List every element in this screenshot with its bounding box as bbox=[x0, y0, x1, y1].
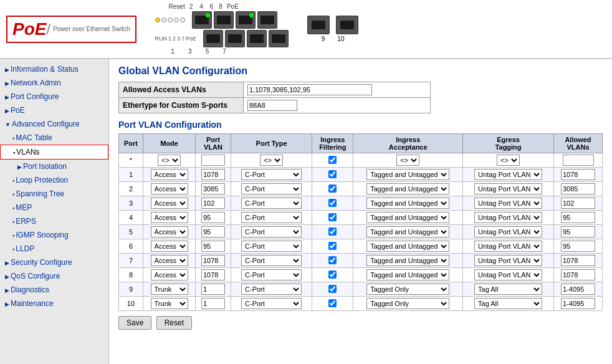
row-port-type-8[interactable]: C-PortS-PortS-Custom-Port bbox=[231, 268, 312, 282]
row-ingress-filter-8[interactable] bbox=[312, 268, 353, 282]
sidebar-item-erps[interactable]: ▪ERPS bbox=[0, 214, 108, 228]
sidebar-item-lldp[interactable]: ▪LLDP bbox=[0, 242, 108, 256]
ingress-accept-select-6[interactable]: Tagged and UntaggedTagged OnlyUntagged O… bbox=[366, 241, 449, 252]
mode-select-3[interactable]: AccessTrunkHybrid bbox=[151, 198, 188, 209]
wildcard-port-type-select[interactable]: <> bbox=[260, 155, 283, 166]
vlan-input-4[interactable] bbox=[201, 212, 225, 223]
sidebar-item-spanning-tree[interactable]: ▪Spanning Tree bbox=[0, 187, 108, 201]
row-mode-9[interactable]: AccessTrunkHybrid bbox=[143, 282, 195, 297]
sidebar-item-maintenance[interactable]: ▶Maintenance bbox=[0, 297, 108, 310]
row-port-type-10[interactable]: C-PortS-PortS-Custom-Port bbox=[231, 297, 312, 311]
wildcard-vlan-input[interactable] bbox=[201, 155, 225, 166]
row-mode-1[interactable]: AccessTrunkHybrid bbox=[143, 168, 195, 182]
allowed-vlans-input-10[interactable] bbox=[561, 298, 595, 309]
row-egress-3[interactable]: Untag Port VLANTag AllUntag All bbox=[463, 196, 554, 211]
row-ingress-filter-6[interactable] bbox=[312, 239, 353, 254]
ingress-accept-select-9[interactable]: Tagged and UntaggedTagged OnlyUntagged O… bbox=[366, 284, 449, 295]
row-vlan-9[interactable] bbox=[196, 282, 231, 297]
row-allowed-vlans-4[interactable] bbox=[554, 211, 603, 225]
row-ingress-filter-9[interactable] bbox=[312, 282, 353, 297]
allowed-vlans-input-6[interactable] bbox=[561, 241, 595, 252]
port-type-select-6[interactable]: C-PortS-PortS-Custom-Port bbox=[241, 241, 302, 252]
wildcard-ingress-checkbox[interactable] bbox=[328, 156, 337, 164]
row-ingress-accept-2[interactable]: Tagged and UntaggedTagged OnlyUntagged O… bbox=[353, 182, 463, 196]
egress-select-1[interactable]: Untag Port VLANTag AllUntag All bbox=[474, 169, 542, 180]
row-mode-5[interactable]: AccessTrunkHybrid bbox=[143, 225, 195, 239]
sidebar-item-loop-protection[interactable]: ▪Loop Protection bbox=[0, 173, 108, 187]
port-type-select-3[interactable]: C-PortS-PortS-Custom-Port bbox=[241, 198, 302, 209]
wildcard-port-type[interactable]: <> bbox=[231, 153, 312, 168]
wildcard-allowed-vlans[interactable] bbox=[554, 153, 603, 168]
row-ingress-filter-5[interactable] bbox=[312, 225, 353, 239]
vlan-input-1[interactable] bbox=[201, 169, 225, 180]
row-ingress-accept-10[interactable]: Tagged and UntaggedTagged OnlyUntagged O… bbox=[353, 297, 463, 311]
row-mode-2[interactable]: AccessTrunkHybrid bbox=[143, 182, 195, 196]
ingress-accept-select-8[interactable]: Tagged and UntaggedTagged OnlyUntagged O… bbox=[366, 269, 449, 280]
sidebar-item-poe[interactable]: ▶PoE bbox=[0, 103, 108, 117]
row-allowed-vlans-7[interactable] bbox=[554, 254, 603, 268]
allowed-vlans-input-4[interactable] bbox=[561, 212, 595, 223]
row-ingress-accept-1[interactable]: Tagged and UntaggedTagged OnlyUntagged O… bbox=[353, 168, 463, 182]
ingress-filter-check-8[interactable] bbox=[328, 271, 337, 279]
port-type-select-2[interactable]: C-PortS-PortS-Custom-Port bbox=[241, 183, 302, 194]
ingress-accept-select-1[interactable]: Tagged and UntaggedTagged OnlyUntagged O… bbox=[366, 169, 449, 180]
row-egress-5[interactable]: Untag Port VLANTag AllUntag All bbox=[463, 225, 554, 239]
ingress-filter-check-10[interactable] bbox=[328, 299, 337, 307]
allowed-vlans-input-1[interactable] bbox=[561, 169, 595, 180]
reset-button[interactable]: Reset bbox=[156, 316, 192, 330]
row-ingress-filter-3[interactable] bbox=[312, 196, 353, 211]
row-ingress-accept-4[interactable]: Tagged and UntaggedTagged OnlyUntagged O… bbox=[353, 211, 463, 225]
row-ingress-accept-3[interactable]: Tagged and UntaggedTagged OnlyUntagged O… bbox=[353, 196, 463, 211]
row-ingress-filter-10[interactable] bbox=[312, 297, 353, 311]
egress-select-4[interactable]: Untag Port VLANTag AllUntag All bbox=[474, 212, 542, 223]
ingress-filter-check-7[interactable] bbox=[328, 256, 337, 264]
ingress-filter-check-1[interactable] bbox=[328, 170, 337, 178]
row-ingress-accept-6[interactable]: Tagged and UntaggedTagged OnlyUntagged O… bbox=[353, 239, 463, 254]
row-vlan-6[interactable] bbox=[196, 239, 231, 254]
vlan-input-2[interactable] bbox=[201, 183, 225, 194]
row-egress-4[interactable]: Untag Port VLANTag AllUntag All bbox=[463, 211, 554, 225]
mode-select-7[interactable]: AccessTrunkHybrid bbox=[151, 255, 188, 266]
row-mode-10[interactable]: AccessTrunkHybrid bbox=[143, 297, 195, 311]
allowed-vlans-input-3[interactable] bbox=[561, 198, 595, 209]
wildcard-egress-select[interactable]: <> bbox=[497, 155, 520, 166]
sidebar-item-mac-table[interactable]: ▪MAC Table bbox=[0, 131, 108, 145]
mode-select-10[interactable]: AccessTrunkHybrid bbox=[151, 298, 188, 309]
row-egress-2[interactable]: Untag Port VLANTag AllUntag All bbox=[463, 182, 554, 196]
ingress-filter-check-3[interactable] bbox=[328, 199, 337, 207]
wildcard-ingress-accept[interactable]: <> bbox=[353, 153, 463, 168]
row-allowed-vlans-8[interactable] bbox=[554, 268, 603, 282]
row-mode-7[interactable]: AccessTrunkHybrid bbox=[143, 254, 195, 268]
row-egress-6[interactable]: Untag Port VLANTag AllUntag All bbox=[463, 239, 554, 254]
ingress-accept-select-5[interactable]: Tagged and UntaggedTagged OnlyUntagged O… bbox=[366, 226, 449, 237]
row-ingress-accept-9[interactable]: Tagged and UntaggedTagged OnlyUntagged O… bbox=[353, 282, 463, 297]
row-port-type-4[interactable]: C-PortS-PortS-Custom-Port bbox=[231, 211, 312, 225]
ethertype-value[interactable] bbox=[244, 98, 431, 113]
row-egress-8[interactable]: Untag Port VLANTag AllUntag All bbox=[463, 268, 554, 282]
allowed-vlans-input-2[interactable] bbox=[561, 183, 595, 194]
vlan-input-8[interactable] bbox=[201, 269, 225, 280]
row-vlan-7[interactable] bbox=[196, 254, 231, 268]
egress-select-6[interactable]: Untag Port VLANTag AllUntag All bbox=[474, 241, 542, 252]
allowed-vlans-value[interactable] bbox=[244, 82, 431, 98]
row-port-type-3[interactable]: C-PortS-PortS-Custom-Port bbox=[231, 196, 312, 211]
sidebar-item-diagnostics[interactable]: ▶Diagnostics bbox=[0, 283, 108, 297]
row-port-type-5[interactable]: C-PortS-PortS-Custom-Port bbox=[231, 225, 312, 239]
row-ingress-accept-5[interactable]: Tagged and UntaggedTagged OnlyUntagged O… bbox=[353, 225, 463, 239]
save-button[interactable]: Save bbox=[118, 316, 151, 330]
row-allowed-vlans-2[interactable] bbox=[554, 182, 603, 196]
row-egress-1[interactable]: Untag Port VLANTag AllUntag All bbox=[463, 168, 554, 182]
row-vlan-2[interactable] bbox=[196, 182, 231, 196]
wildcard-ingress-accept-select[interactable]: <> bbox=[396, 155, 419, 166]
egress-select-9[interactable]: Untag Port VLANTag AllUntag All bbox=[474, 284, 542, 295]
sidebar-item-igmp-snooping[interactable]: ▪IGMP Snooping bbox=[0, 228, 108, 242]
allowed-vlans-input-5[interactable] bbox=[561, 226, 595, 237]
ingress-filter-check-6[interactable] bbox=[328, 242, 337, 250]
row-allowed-vlans-6[interactable] bbox=[554, 239, 603, 254]
row-mode-4[interactable]: AccessTrunkHybrid bbox=[143, 211, 195, 225]
port-type-select-8[interactable]: C-PortS-PortS-Custom-Port bbox=[241, 269, 302, 280]
sidebar-item-port-configure[interactable]: ▶Port Configure bbox=[0, 90, 108, 103]
row-vlan-3[interactable] bbox=[196, 196, 231, 211]
sidebar-item-port-isolation[interactable]: ▶Port Isolation bbox=[0, 160, 108, 173]
row-vlan-5[interactable] bbox=[196, 225, 231, 239]
